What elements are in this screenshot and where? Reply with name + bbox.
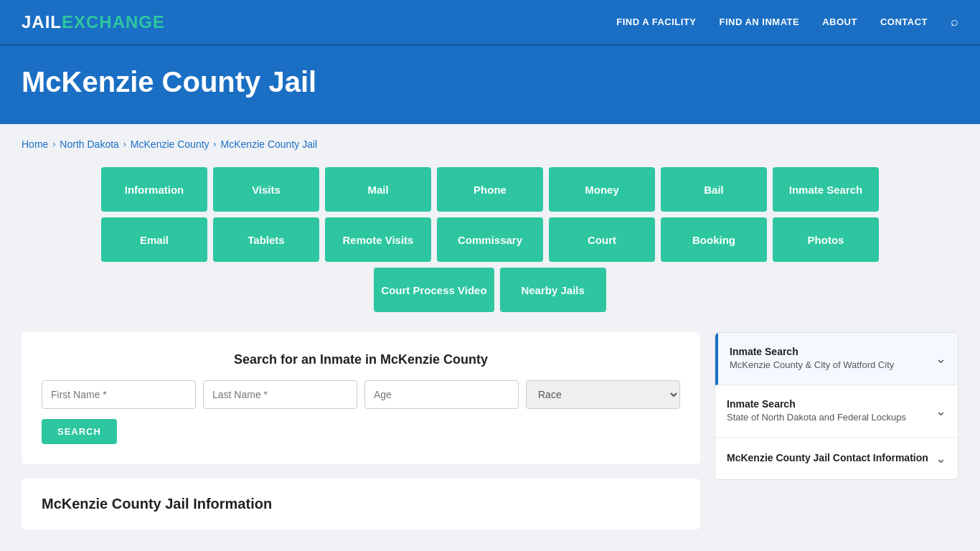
left-column: Search for an Inmate in McKenzie County … [22,332,700,529]
btn-bail[interactable]: Bail [661,167,767,212]
sidebar-card-title-3: McKenzie County Jail Contact Information [727,452,928,463]
grid-row-2: Email Tablets Remote Visits Commissary C… [101,217,879,262]
search-icon[interactable]: ⌕ [951,14,958,29]
age-input[interactable] [364,380,519,409]
search-fields-row: Race White Black Hispanic Asian Native A… [42,380,680,409]
last-name-input[interactable] [203,380,357,409]
nav-contact[interactable]: CONTACT [880,17,928,27]
search-card-title: Search for an Inmate in McKenzie County [42,352,680,367]
btn-money[interactable]: Money [549,167,655,212]
btn-phone[interactable]: Phone [437,167,543,212]
logo-exchange: EXCHANGE [62,12,165,32]
btn-mail[interactable]: Mail [325,167,431,212]
navbar: JAILEXCHANGE FIND A FACILITY FIND AN INM… [0,0,980,46]
breadcrumb-home[interactable]: Home [22,138,48,150]
page-title: McKenzie County Jail [22,66,958,98]
right-sidebar: Inmate Search McKenzie County & City of … [715,332,958,487]
breadcrumb-sep-3: › [214,139,217,149]
btn-booking[interactable]: Booking [661,217,767,262]
race-select[interactable]: Race White Black Hispanic Asian Native A… [526,380,680,409]
site-logo[interactable]: JAILEXCHANGE [22,12,165,32]
btn-nearby-jails[interactable]: Nearby Jails [500,268,606,312]
breadcrumb-north-dakota[interactable]: North Dakota [60,138,118,150]
nav-find-inmate[interactable]: FIND AN INMATE [719,17,799,27]
btn-tablets[interactable]: Tablets [213,217,319,262]
breadcrumb-sep-2: › [123,139,126,149]
btn-commissary[interactable]: Commissary [437,217,543,262]
sidebar-card-subtitle-2: State of North Dakota and Federal Lockup… [727,411,906,424]
sidebar-item-text-2: Inmate Search State of North Dakota and … [727,398,906,424]
breadcrumb-mckenzie-county[interactable]: McKenzie County [131,138,209,150]
first-name-input[interactable] [42,380,196,409]
grid-row-3: Court Process Video Nearby Jails [374,268,606,312]
btn-court-process-video[interactable]: Court Process Video [374,268,494,312]
search-button[interactable]: SEARCH [42,419,117,444]
chevron-down-icon-3: ⌄ [936,451,946,466]
btn-inmate-search[interactable]: Inmate Search [773,167,879,212]
logo-jail: JAIL [22,12,62,32]
breadcrumb: Home › North Dakota › McKenzie County › … [22,138,958,150]
btn-email[interactable]: Email [101,217,207,262]
breadcrumb-mckenzie-jail[interactable]: McKenzie County Jail [221,138,318,150]
sidebar-item-contact-info[interactable]: McKenzie County Jail Contact Information… [715,438,958,479]
nav-links: FIND A FACILITY FIND AN INMATE ABOUT CON… [616,14,958,29]
grid-row-1: Information Visits Mail Phone Money Bail… [101,167,879,212]
two-col-layout: Search for an Inmate in McKenzie County … [22,332,958,529]
sidebar-card-group: Inmate Search McKenzie County & City of … [715,332,958,480]
sidebar-item-inmate-search-mckenzie[interactable]: Inmate Search McKenzie County & City of … [715,333,958,385]
sidebar-item-text-3: McKenzie County Jail Contact Information [727,452,928,465]
sidebar-item-text-1: Inmate Search McKenzie County & City of … [730,346,894,372]
sidebar-card-title-1: Inmate Search [730,346,894,357]
chevron-down-icon-2: ⌄ [936,403,946,419]
sidebar-item-inmate-search-nd[interactable]: Inmate Search State of North Dakota and … [715,385,958,438]
breadcrumb-sep-1: › [52,139,55,149]
sidebar-card-title-2: Inmate Search [727,398,906,410]
nav-about[interactable]: ABOUT [822,17,857,27]
info-section-title: McKenzie County Jail Information [42,496,680,512]
info-card-preview: McKenzie County Jail Information [22,479,700,529]
btn-remote-visits[interactable]: Remote Visits [325,217,431,262]
main-content: Home › North Dakota › McKenzie County › … [0,124,980,551]
btn-court[interactable]: Court [549,217,655,262]
sidebar-card-subtitle-1: McKenzie County & City of Watford City [730,359,894,372]
topic-button-grid: Information Visits Mail Phone Money Bail… [22,167,958,312]
nav-find-facility[interactable]: FIND A FACILITY [616,17,696,27]
hero-section: McKenzie County Jail [0,46,980,124]
btn-visits[interactable]: Visits [213,167,319,212]
btn-information[interactable]: Information [101,167,207,212]
btn-photos[interactable]: Photos [773,217,879,262]
inmate-search-card: Search for an Inmate in McKenzie County … [22,332,700,464]
chevron-down-icon-1: ⌄ [936,351,946,367]
